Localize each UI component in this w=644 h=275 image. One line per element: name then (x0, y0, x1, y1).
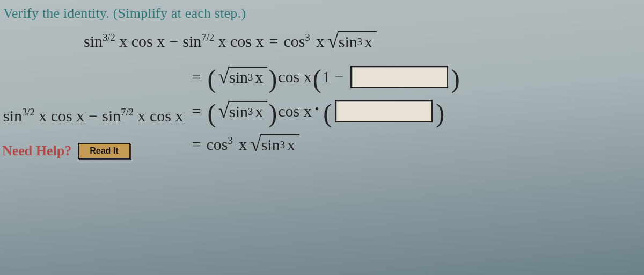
minus-sign: − (331, 68, 348, 86)
left-paren: ( (206, 106, 217, 121)
need-help-label: Need Help? (2, 143, 71, 159)
answer-blank-1[interactable] (350, 66, 448, 88)
prompt-text: Verify the identity. (Simplify at each s… (3, 5, 641, 21)
radical-icon: √ (327, 32, 339, 50)
left-paren: ( (206, 71, 217, 87)
work-step-2: = ( √ sin3 x ) cos x • ( ) (186, 100, 460, 122)
sqrt: √ sin3 x (250, 134, 299, 155)
term: cos3 x (206, 135, 249, 154)
term: cos3 x (283, 32, 326, 50)
left-paren: ( (322, 106, 333, 121)
read-it-button[interactable]: Read It (78, 143, 130, 159)
need-help-row: Need Help? Read It (2, 143, 130, 159)
right-paren: ) (267, 71, 278, 87)
answer-blank-2[interactable] (335, 100, 433, 122)
identity-equation: sin3/2 x cos x − sin7/2 x cos x = cos3 x… (3, 31, 641, 52)
term: cos x (278, 68, 312, 86)
work-step-3: = cos3 x √ sin3 x (186, 134, 460, 155)
steps-column: = ( √ sin3 x ) cos x ( 1 − ) = (186, 66, 460, 167)
left-paren: ( (312, 71, 323, 87)
cdot-icon: • (312, 103, 322, 116)
minus-sign: − (165, 32, 182, 50)
radical-icon: √ (218, 68, 229, 86)
term: sin7/2 x cos x (102, 107, 183, 125)
radical-icon: √ (250, 135, 261, 154)
equals-sign: = (186, 135, 206, 154)
right-paren: ) (267, 106, 278, 121)
right-paren: ) (450, 71, 461, 87)
term: sin3/2 x cos x (3, 107, 84, 125)
sqrt: √ sin3 x (218, 101, 267, 121)
term: sin3/2 x cos x (84, 32, 165, 50)
term: sin7/2 x cos x (182, 32, 264, 50)
right-paren: ) (435, 106, 445, 121)
equals-sign: = (186, 102, 206, 120)
equals-sign: = (264, 32, 283, 50)
term: cos x (278, 102, 312, 120)
radical-icon: √ (218, 102, 229, 120)
one: 1 (323, 68, 331, 86)
work-step-1: = ( √ sin3 x ) cos x ( 1 − ) (186, 66, 460, 88)
equals-sign: = (186, 68, 206, 86)
sqrt: √ sin3 x (218, 67, 267, 87)
sqrt: √ sin3 x (327, 31, 377, 52)
minus-sign: − (84, 107, 102, 125)
